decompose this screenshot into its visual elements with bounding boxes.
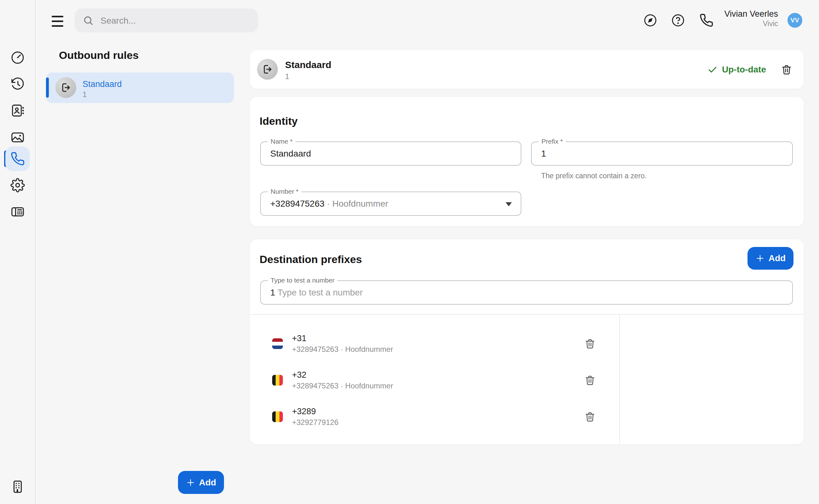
rule-avatar	[257, 59, 278, 80]
name-field-value: Standaard	[270, 142, 311, 165]
outbound-rule-list-item[interactable]: Standaard 1	[46, 72, 234, 103]
call-button[interactable]	[699, 13, 713, 27]
identity-section: Identity Name * Standaard Prefix * 1 The…	[250, 97, 804, 226]
trash-icon	[584, 374, 596, 386]
nav-media-button[interactable]	[5, 125, 30, 150]
prefix-field[interactable]: Prefix * 1	[531, 141, 793, 166]
number-select-value-suffix: · Hoofdnummer	[324, 199, 388, 209]
chevron-down-icon	[506, 202, 512, 206]
rule-header-card: Standaard 1 Up-to-date	[250, 50, 804, 89]
rule-avatar	[55, 77, 76, 98]
user-info: Vivian Veerles Vivic	[724, 9, 778, 28]
app-window: .logo .mk-top{stroke:#1558a8}.logo .mk-b…	[0, 0, 819, 504]
outbound-rule-icon	[60, 82, 72, 93]
status-compass-button[interactable]	[643, 13, 657, 27]
test-number-prefix: 1	[270, 288, 275, 297]
help-icon	[671, 13, 685, 27]
menu-toggle-button[interactable]	[52, 14, 64, 27]
nav-organization-button[interactable]	[5, 474, 30, 499]
country-flag	[272, 338, 283, 349]
row-detail: +3289475263 · Hoofdnummer	[292, 381, 584, 391]
plus-icon	[186, 478, 195, 487]
status-label: Up-to-date	[722, 65, 766, 75]
destination-title: Destination prefixes	[260, 253, 362, 266]
nav-settings-button[interactable]	[5, 173, 30, 198]
rule-subtitle: 1	[285, 72, 289, 81]
delete-prefix-button[interactable]	[584, 374, 596, 386]
add-rule-button[interactable]: Add	[178, 471, 224, 494]
prefix-row: +3289 +3292779126	[250, 398, 619, 435]
help-button[interactable]	[671, 13, 685, 27]
nav-devices-button[interactable]	[5, 199, 30, 224]
row-detail: +3289475263 · Hoofdnummer	[292, 345, 584, 354]
trash-icon	[781, 64, 793, 76]
prefix-row-text: +32 +3289475263 · Hoofdnummer	[292, 370, 584, 391]
identity-title: Identity	[260, 115, 298, 127]
row-code: +3289	[292, 406, 584, 417]
number-select[interactable]: Number * +3289475263 · Hoofdnummer	[260, 192, 521, 216]
destination-prefixes-section: Destination prefixes Add Type to test a …	[250, 239, 804, 444]
prefix-row: +32 +3289475263 · Hoofdnummer	[250, 362, 619, 398]
status-badge: Up-to-date	[707, 65, 766, 75]
nav-telephony-button[interactable]	[5, 146, 30, 171]
add-prefix-button[interactable]: Add	[747, 247, 793, 270]
trash-icon	[584, 411, 596, 423]
country-flag	[272, 411, 283, 422]
list-vertical-divider	[619, 314, 620, 444]
delete-prefix-button[interactable]	[584, 338, 596, 350]
prefix-row-text: +31 +3289475263 · Hoofdnummer	[292, 333, 584, 354]
page-title: Outbound rules	[59, 49, 139, 61]
rule-prefix: 1	[83, 90, 87, 99]
delete-prefix-button[interactable]	[584, 411, 596, 423]
user-avatar[interactable]: VV	[787, 13, 802, 28]
prefix-list: +31 +3289475263 · Hoofdnummer +32 +32894…	[250, 325, 619, 435]
brand-logo-icon: .logo .mk-top{stroke:#1558a8}.logo .mk-b…	[9, 9, 28, 30]
compass-icon	[643, 13, 657, 27]
user-name: Vivian Veerles	[724, 9, 778, 19]
row-detail: +3292779126	[292, 418, 584, 427]
nav-history-button[interactable]	[5, 72, 30, 96]
row-code: +31	[292, 333, 584, 344]
list-divider	[250, 314, 804, 315]
test-number-input[interactable]: Type to test a number 1 Type to test a n…	[260, 280, 793, 305]
prefix-row: +31 +3289475263 · Hoofdnummer	[250, 325, 619, 362]
plus-icon	[755, 254, 765, 263]
phone-icon	[699, 13, 713, 27]
outbound-rule-icon	[262, 64, 273, 75]
nav-contacts-button[interactable]	[5, 98, 30, 123]
trash-icon	[584, 338, 596, 350]
global-search	[75, 9, 258, 32]
rule-name: Standaard	[83, 79, 122, 89]
add-rule-label: Add	[199, 478, 216, 488]
row-code: +32	[292, 370, 584, 381]
nav-dashboard-button[interactable]	[5, 45, 30, 70]
selected-indicator	[46, 77, 49, 98]
search-input[interactable]	[100, 9, 252, 33]
add-prefix-label: Add	[769, 253, 786, 263]
test-number-placeholder: Type to test a number	[278, 288, 363, 297]
number-select-value: +3289475263	[270, 199, 324, 209]
prefix-row-text: +3289 +3292779126	[292, 406, 584, 427]
name-field[interactable]: Name * Standaard	[260, 141, 521, 166]
prefix-field-value: 1	[541, 142, 546, 165]
user-organization: Vivic	[724, 20, 778, 28]
check-icon	[707, 65, 718, 75]
prefix-helper-text: The prefix cannot contain a zero.	[541, 172, 647, 180]
icon-rail: .logo .mk-top{stroke:#1558a8}.logo .mk-b…	[0, 0, 36, 504]
rule-title: Standaard	[285, 60, 331, 70]
delete-rule-button[interactable]	[781, 64, 793, 76]
search-icon	[83, 15, 94, 26]
country-flag	[272, 375, 283, 386]
